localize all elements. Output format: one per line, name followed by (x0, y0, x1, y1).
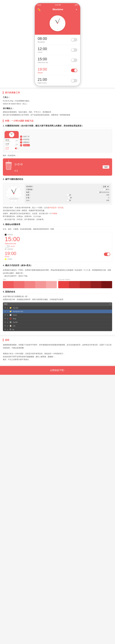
layer-row-list[interactable]: 👁 ▶ 📋 List (3, 324, 112, 328)
tint-swatch-3 (24, 281, 35, 288)
layer-row-clock[interactable]: 👁 ▶ 🕐 Clock (3, 313, 112, 317)
layer-name-ring: Ring (13, 318, 16, 320)
phone-mini-1: 08:00Breakfast 12:00Lunch 19:00Dinner (4, 131, 19, 151)
color-hash-3: #f7f954 (7, 258, 12, 260)
svg-line-8 (52, 26, 52, 27)
cta-button[interactable]: 点赞鼓励下吧~ (3, 369, 112, 372)
layer-arrow-list: ▶ (7, 325, 8, 327)
layer-row-bg[interactable]: 👁 ▶ 🖼 bg (3, 328, 112, 331)
blend-opacity-input[interactable] (103, 188, 108, 190)
blend-size-input[interactable] (66, 200, 71, 202)
layer-eye-list: 👁 (4, 325, 6, 327)
layer-arrow-bg: ▶ (7, 329, 8, 330)
battery-label: 100% (74, 4, 78, 6)
color-swatch-e5 (5, 248, 6, 250)
cup-demo: 1+2=3 4-3 "扇形" (3, 158, 112, 176)
time-item-afternoon-tea[interactable]: 15:00 Afternoon tea (35, 55, 80, 65)
app-title: Meettime (53, 8, 63, 11)
color-row-1: #333333 → (5, 234, 110, 236)
tint-swatch-2 (14, 281, 24, 288)
dinner-demo-row: 19:00 Dinner (5, 251, 110, 258)
layer-row-topbar[interactable]: 👁 ▶ 📁 Top Bar (3, 306, 112, 310)
layer-icon-onoff: 🔘 (9, 321, 12, 323)
color-hash-2: #e5e5e5 (7, 248, 13, 250)
blend-size-label: 大小： (26, 200, 31, 202)
ct-swatch-3 (80, 281, 91, 288)
blend-distance-label: 距离： (26, 194, 31, 196)
time-item-breakfast[interactable]: 08:00 Breakfast (35, 35, 80, 45)
point1-text: 制作（其余延伸）： (3, 154, 112, 157)
blend-mode-select[interactable]: 正常 叠加 柔光 (102, 185, 109, 188)
svg-line-7 (54, 28, 55, 29)
toggle-afternoon-tea[interactable] (71, 58, 77, 62)
percent-label: % (108, 189, 109, 190)
blend-angle-input[interactable] (97, 191, 102, 193)
layer-icon-bg: 🖼 (9, 328, 11, 330)
mini-clock-svg (9, 132, 14, 138)
blend-spread-input[interactable] (67, 197, 72, 199)
blend-mode-label: 混合模式： (26, 186, 34, 188)
time-label-breakfast: Breakfast (38, 41, 47, 43)
tint-swatch-4 (35, 281, 46, 288)
layer-row-navbar[interactable]: 👁 ▶ 📁 Navigation Bar (3, 310, 112, 313)
time-item-lunch[interactable]: 12:00 Lunch (35, 45, 80, 55)
layer-row-ring[interactable]: 👁 ▶ ⭕ Ring (3, 317, 112, 320)
cta-section[interactable]: 点赞鼓励下吧~ (0, 366, 115, 375)
conclusion-title: 总结 (3, 339, 112, 341)
status-bar: Carrier 4:34 PM 100% (35, 3, 80, 6)
toggle-dinner[interactable] (71, 69, 77, 72)
time-label: 4:34 PM (55, 4, 61, 6)
colour-toner-label: COLOUR TONER (58, 279, 112, 280)
time-label-afternoon-tea: Afternoon tea (38, 62, 48, 64)
color-annotation-demo: #333333 → 15:00 Afternoon tea OH 30 #e5e… (3, 232, 112, 262)
layer-arrow-clock: ▶ (7, 314, 8, 316)
svg-line-5 (61, 28, 61, 29)
section-title-1: 设计的准备工作 (3, 91, 112, 94)
svg-line-13 (58, 18, 60, 23)
toggle-lunch[interactable] (71, 48, 77, 52)
toggle-breakfast[interactable] (71, 38, 77, 42)
time-item-dinner[interactable]: 19:00 Dinner (35, 65, 80, 76)
point1-title: 1. 矢量图形的绘制（在UI设计初期，建议大家不要使用网上的素材，亲自绘制会受益… (3, 124, 112, 128)
layer-eye-clock: 👁 (4, 314, 6, 316)
phone-mini-top (4, 131, 19, 138)
toggle-night-snack[interactable] (71, 79, 77, 82)
svg-point-21 (5, 162, 12, 164)
tint-col: TINT (3, 279, 57, 288)
layer-row-onoff[interactable]: 👁 ▶ 🔘 On/Off (3, 320, 112, 324)
layer-name-onoff: On/Off (13, 321, 17, 323)
blend-clock-svg (4, 184, 23, 203)
formula1: 1+2=3 (14, 163, 22, 166)
cup-svg (4, 160, 13, 171)
layer-icon-clock: 🕐 (9, 314, 12, 316)
layer-icon-list: 📋 (9, 325, 12, 327)
blend-controls: 混合模式： 正常 叠加 柔光 不透明度： % (25, 184, 111, 203)
percent-label-2: % (108, 197, 109, 198)
point3-title: 3. 基础1pt的整体系 (3, 223, 112, 226)
ct-swatch-1 (58, 281, 69, 288)
layer-name-navbar: Navigation Bar (13, 310, 23, 312)
time-value-afternoon-tea: 15:00 (38, 57, 48, 61)
add-icon[interactable]: ＋ (75, 8, 78, 11)
clock-section (35, 12, 80, 35)
time-value-dinner: 19:00 (38, 67, 47, 72)
blend-opacity-label: 不透明度： (26, 188, 34, 190)
layer-panel-header: 图层 ≡ (3, 302, 112, 306)
colour-toner-section: TINT COLOUR TONER (3, 279, 112, 288)
big-time: 15:00 (5, 236, 20, 242)
nav-bar: ✏️ Meettime ＋ (35, 6, 80, 12)
colour-toner-col: COLOUR TONER (58, 279, 112, 288)
blend-distance-input[interactable] (66, 194, 71, 196)
toggle-demo-row: OH 30 (5, 245, 110, 248)
time-list: 08:00 Breakfast 12:00 Lunch (35, 35, 80, 86)
blend-angle-label: 角度： (26, 191, 31, 193)
svg-line-12 (56, 20, 58, 23)
time-label-dinner: Dinner (38, 72, 47, 74)
tint-swatch-5 (46, 281, 57, 288)
tint-label: TINT (3, 279, 57, 280)
time-item-night-snack[interactable]: 21:00 Night snack (35, 76, 80, 86)
edit-icon[interactable]: ✏️ (37, 8, 41, 11)
demo-toggle-off (5, 245, 10, 248)
color-hash-1: #333333 (7, 234, 13, 236)
color-row-3: #f7f954 (5, 258, 110, 260)
